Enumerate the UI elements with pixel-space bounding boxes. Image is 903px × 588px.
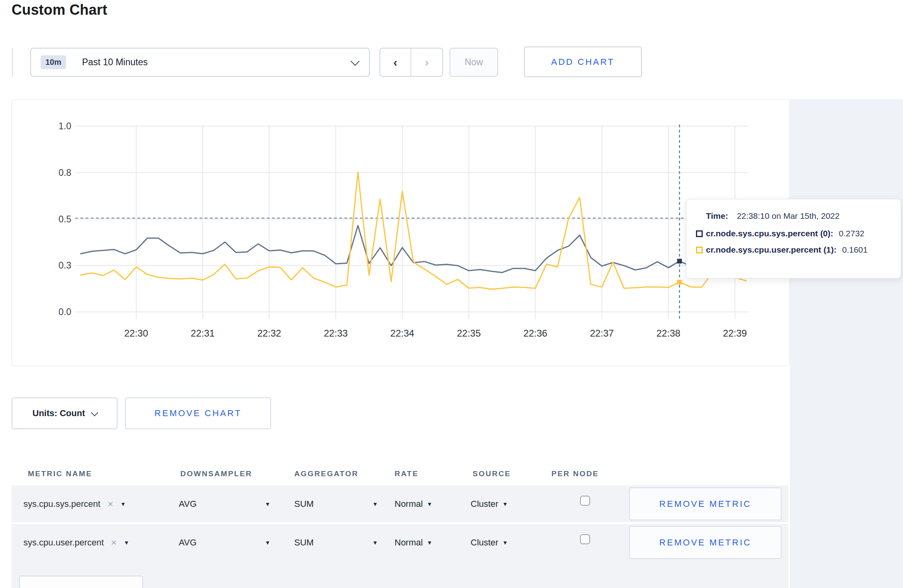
rate-value: Normal bbox=[395, 499, 423, 509]
remove-metric-button[interactable]: REMOVE METRIC bbox=[629, 526, 782, 559]
metric-name-label: sys.cpu.sys.percent bbox=[23, 499, 100, 509]
source-select[interactable]: Cluster ▼ bbox=[471, 485, 508, 522]
tooltip-series-row: cr.node.sys.cpu.user.percent (1): 0.1601 bbox=[696, 245, 901, 255]
chevron-left-icon: ‹ bbox=[393, 56, 397, 69]
caret-down-icon: ▼ bbox=[124, 539, 129, 546]
time-nav-group: ‹ › bbox=[379, 48, 443, 77]
col-header-rate: RATE bbox=[395, 469, 418, 478]
metrics-table-header: METRIC NAME DOWNSAMPLER AGGREGATOR RATE … bbox=[12, 465, 788, 485]
caret-down-icon: ▼ bbox=[265, 539, 270, 546]
metric-name-label: sys.cpu.user.percent bbox=[23, 537, 104, 548]
source-value: Cluster bbox=[471, 537, 498, 548]
remove-chart-label: REMOVE CHART bbox=[154, 408, 242, 419]
caret-down-icon: ▼ bbox=[427, 539, 432, 546]
source-select[interactable]: Cluster ▼ bbox=[471, 524, 508, 561]
tooltip-time-value: 22:38:10 on Mar 15th, 2022 bbox=[737, 211, 840, 221]
add-chart-label: ADD CHART bbox=[551, 57, 614, 67]
downsampler-select[interactable]: AVG ▼ bbox=[179, 485, 270, 522]
tooltip-series-value: 0.2732 bbox=[839, 229, 864, 238]
svg-text:22:35: 22:35 bbox=[457, 328, 481, 339]
metric-name-select[interactable]: sys.cpu.user.percent × ▼ bbox=[23, 524, 129, 561]
svg-text:1.0: 1.0 bbox=[59, 121, 71, 131]
clear-metric-icon[interactable]: × bbox=[111, 537, 117, 548]
now-button[interactable]: Now bbox=[450, 48, 498, 77]
caret-down-icon: ▼ bbox=[120, 501, 126, 507]
clear-metric-icon[interactable]: × bbox=[108, 498, 113, 510]
svg-text:22:31: 22:31 bbox=[191, 328, 215, 339]
remove-metric-label: REMOVE METRIC bbox=[659, 537, 751, 548]
chevron-down-icon bbox=[351, 56, 360, 66]
chart-card: 0.00.30.50.81.022:3022:3122:3222:3322:34… bbox=[12, 99, 790, 366]
svg-text:22:36: 22:36 bbox=[524, 328, 547, 339]
per-node-checkbox[interactable] bbox=[580, 534, 590, 544]
col-header-source: SOURCE bbox=[473, 469, 511, 478]
series-user-swatch-icon bbox=[696, 247, 703, 253]
col-header-per-node: PER NODE bbox=[551, 469, 599, 478]
units-select-label: Units: Count bbox=[33, 408, 85, 419]
time-range-label: Past 10 Minutes bbox=[82, 57, 148, 68]
caret-down-icon: ▼ bbox=[502, 501, 508, 507]
time-range-badge: 10m bbox=[41, 55, 66, 69]
svg-text:0.8: 0.8 bbox=[59, 167, 71, 178]
metrics-table: METRIC NAME DOWNSAMPLER AGGREGATOR RATE … bbox=[12, 465, 788, 588]
metric-row: sys.cpu.user.percent × ▼ AVG ▼ SUM ▼ Nor… bbox=[12, 524, 788, 561]
chevron-down-icon bbox=[91, 409, 98, 416]
col-header-metric-name: METRIC NAME bbox=[28, 469, 92, 478]
rate-value: Normal bbox=[395, 537, 423, 548]
add-metric-label: ADD METRIC bbox=[47, 586, 115, 588]
svg-text:0.3: 0.3 bbox=[59, 260, 71, 271]
svg-text:22:39: 22:39 bbox=[723, 328, 747, 339]
svg-text:22:37: 22:37 bbox=[590, 328, 614, 339]
chart-canvas[interactable]: 0.00.30.50.81.022:3022:3122:3222:3322:34… bbox=[12, 99, 789, 365]
downsampler-value: AVG bbox=[179, 537, 197, 548]
source-value: Cluster bbox=[471, 499, 498, 509]
svg-text:22:38: 22:38 bbox=[657, 328, 680, 339]
tooltip-series-label: cr.node.sys.cpu.sys.percent (0): bbox=[706, 229, 833, 238]
aggregator-value: SUM bbox=[294, 499, 314, 509]
downsampler-value: AVG bbox=[179, 499, 197, 509]
svg-text:0.5: 0.5 bbox=[59, 214, 71, 224]
now-button-label: Now bbox=[465, 57, 483, 68]
chevron-right-icon: › bbox=[425, 56, 429, 69]
metric-row: sys.cpu.sys.percent × ▼ AVG ▼ SUM ▼ Norm… bbox=[12, 485, 788, 522]
remove-chart-button[interactable]: REMOVE CHART bbox=[125, 397, 271, 429]
aggregator-value: SUM bbox=[294, 537, 314, 548]
next-time-button[interactable]: › bbox=[411, 49, 442, 76]
remove-metric-button[interactable]: REMOVE METRIC bbox=[629, 487, 782, 520]
downsampler-select[interactable]: AVG ▼ bbox=[179, 524, 270, 561]
custom-chart-page: Custom Chart 10m Past 10 Minutes ‹ › Now… bbox=[0, 0, 903, 588]
tooltip-time-label: Time: bbox=[706, 211, 728, 221]
metric-name-select[interactable]: sys.cpu.sys.percent × ▼ bbox=[23, 485, 126, 522]
svg-text:22:30: 22:30 bbox=[124, 328, 148, 339]
rate-select[interactable]: Normal ▼ bbox=[395, 524, 432, 561]
prev-time-button[interactable]: ‹ bbox=[380, 49, 411, 76]
time-range-select[interactable]: 10m Past 10 Minutes bbox=[30, 48, 370, 77]
tooltip-time-row: Time: 22:38:10 on Mar 15th, 2022 bbox=[706, 211, 901, 221]
per-node-checkbox[interactable] bbox=[580, 496, 590, 506]
units-select[interactable]: Units: Count bbox=[12, 397, 117, 429]
tooltip-series-row: cr.node.sys.cpu.sys.percent (0): 0.2732 bbox=[696, 229, 901, 238]
caret-down-icon: ▼ bbox=[372, 501, 378, 507]
caret-down-icon: ▼ bbox=[427, 501, 432, 507]
caret-down-icon: ▼ bbox=[502, 539, 508, 546]
remove-metric-label: REMOVE METRIC bbox=[659, 499, 751, 509]
chart-tooltip: Time: 22:38:10 on Mar 15th, 2022 cr.node… bbox=[686, 199, 901, 278]
toolbar-divider bbox=[12, 48, 13, 77]
tooltip-series-label: cr.node.sys.cpu.user.percent (1): bbox=[706, 245, 837, 255]
rate-select[interactable]: Normal ▼ bbox=[395, 485, 432, 522]
caret-down-icon: ▼ bbox=[265, 501, 270, 507]
svg-text:22:32: 22:32 bbox=[257, 328, 281, 339]
tooltip-series-value: 0.1601 bbox=[842, 245, 868, 255]
metrics-table-rows: sys.cpu.sys.percent × ▼ AVG ▼ SUM ▼ Norm… bbox=[12, 485, 788, 588]
add-metric-button[interactable]: ADD METRIC bbox=[19, 576, 143, 588]
aggregator-select[interactable]: SUM ▼ bbox=[294, 524, 378, 561]
col-header-aggregator: AGGREGATOR bbox=[294, 469, 359, 478]
col-header-downsampler: DOWNSAMPLER bbox=[180, 469, 252, 478]
page-title: Custom Chart bbox=[12, 2, 107, 18]
svg-text:0.0: 0.0 bbox=[59, 307, 71, 317]
caret-down-icon: ▼ bbox=[372, 539, 378, 546]
add-chart-button[interactable]: ADD CHART bbox=[524, 47, 642, 77]
aggregator-select[interactable]: SUM ▼ bbox=[294, 485, 378, 522]
page-background-gutter bbox=[790, 99, 903, 588]
svg-text:22:33: 22:33 bbox=[324, 328, 348, 339]
